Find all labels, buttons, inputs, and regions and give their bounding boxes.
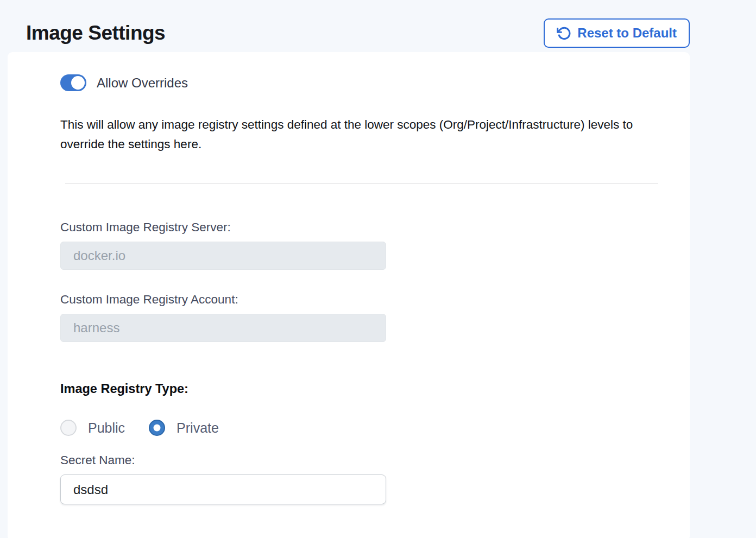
reset-to-default-button[interactable]: Reset to Default — [544, 18, 690, 48]
registry-server-label: Custom Image Registry Server: — [60, 220, 657, 235]
radio-public-label: Public — [88, 420, 125, 436]
registry-server-input — [60, 242, 386, 270]
image-settings-card: Allow Overrides This will allow any imag… — [8, 52, 690, 538]
registry-type-label: Image Registry Type: — [60, 382, 657, 396]
reset-ccw-icon — [557, 26, 571, 41]
secret-name-input[interactable] — [60, 474, 386, 504]
radio-public-circle[interactable] — [60, 420, 77, 436]
radio-option-public[interactable]: Public — [60, 420, 125, 436]
registry-account-label: Custom Image Registry Account: — [60, 293, 657, 307]
registry-account-input — [60, 314, 386, 342]
overrides-description: This will allow any image registry setti… — [60, 115, 657, 154]
radio-private-label: Private — [177, 420, 219, 436]
secret-name-label: Secret Name: — [60, 453, 657, 467]
allow-overrides-toggle[interactable] — [60, 74, 86, 91]
radio-private-circle[interactable] — [149, 420, 165, 436]
page-title: Image Settings — [26, 22, 165, 45]
allow-overrides-row: Allow Overrides — [60, 74, 657, 91]
reset-button-label: Reset to Default — [577, 26, 677, 41]
radio-option-private[interactable]: Private — [149, 420, 219, 436]
section-divider — [65, 183, 658, 184]
allow-overrides-label: Allow Overrides — [97, 75, 188, 91]
page-header: Image Settings Reset to Default — [0, 0, 756, 52]
registry-type-radio-group: Public Private — [60, 420, 657, 436]
toggle-knob — [71, 76, 85, 90]
